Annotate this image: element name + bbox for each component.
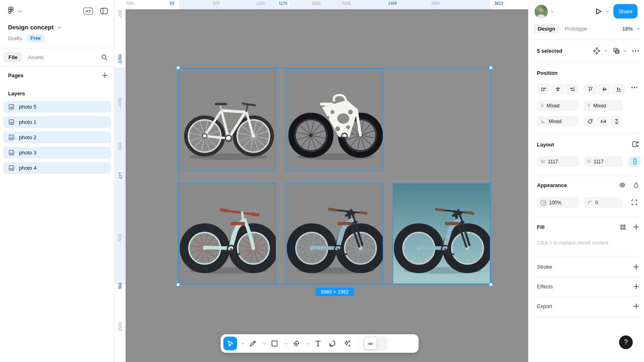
- account-menu-chevron-icon[interactable]: [551, 9, 553, 12]
- tab-file[interactable]: File: [3, 52, 23, 63]
- actions-tool-button[interactable]: [341, 337, 353, 350]
- selection-handle[interactable]: [176, 66, 180, 70]
- fill-header: Fill: [537, 224, 545, 230]
- chevron-down-icon: [18, 8, 22, 12]
- file-menu-chevron-icon[interactable]: [58, 25, 62, 29]
- x-position-field[interactable]: X Mixed: [537, 100, 579, 111]
- x-label: X: [541, 103, 544, 109]
- distribute-options-icon[interactable]: [631, 86, 638, 88]
- flip-vertical-button[interactable]: [610, 116, 623, 127]
- align-left-button[interactable]: [537, 84, 550, 95]
- layer-row[interactable]: photo 1: [3, 116, 111, 128]
- create-component-icon[interactable]: [593, 47, 601, 55]
- shape-tool-menu[interactable]: [283, 343, 288, 345]
- selection-size-badge: 3560 × 2362: [316, 288, 354, 296]
- visibility-eye-icon[interactable]: [619, 182, 626, 188]
- layers-list: photo 5photo 1photo 2photo 3photo 4: [0, 101, 114, 174]
- constrain-proportions-toggle[interactable]: [629, 156, 641, 167]
- add-effect-icon[interactable]: [633, 284, 639, 290]
- align-bottom-button[interactable]: [612, 84, 625, 95]
- rename-shortcut-icon[interactable]: A?: [83, 8, 93, 14]
- move-tool-button[interactable]: [223, 337, 237, 350]
- add-auto-layout-icon[interactable]: [632, 141, 639, 148]
- ruler-mark: 53: [168, 1, 175, 6]
- avatar[interactable]: [535, 5, 548, 18]
- ruler-mark: 500: [118, 234, 122, 241]
- toggle-sidebar-icon[interactable]: [100, 8, 108, 14]
- move-tool-menu[interactable]: [239, 343, 244, 345]
- independent-corners-icon[interactable]: [631, 199, 638, 206]
- add-stroke-icon[interactable]: [633, 264, 639, 270]
- share-button[interactable]: Share: [613, 4, 638, 19]
- mask-union-icon[interactable]: [613, 47, 620, 54]
- corner-radius-value: 0: [595, 200, 598, 206]
- y-value: Mixed: [593, 103, 606, 109]
- pen-tool-menu[interactable]: [305, 343, 310, 345]
- flip-horizontal-button[interactable]: [597, 116, 609, 127]
- comment-tool-button[interactable]: [326, 337, 339, 350]
- file-location[interactable]: Drafts: [8, 35, 22, 41]
- mask-menu-chevron-icon[interactable]: [623, 49, 626, 51]
- corner-radius-field[interactable]: 0: [584, 197, 623, 208]
- height-field[interactable]: H 1117: [584, 156, 623, 167]
- canvas-object-photo-1[interactable]: [286, 68, 383, 171]
- canvas-object-photo-5[interactable]: [179, 68, 276, 171]
- selection-handle[interactable]: [489, 66, 493, 70]
- align-h-center-button[interactable]: [551, 84, 564, 95]
- layer-row[interactable]: photo 4: [3, 162, 111, 174]
- canvas-object-photo-3[interactable]: [286, 183, 383, 284]
- rotation-value: Mixed: [549, 119, 561, 124]
- layer-row[interactable]: photo 5: [3, 101, 111, 113]
- ruler-mark: 2000: [342, 1, 351, 6]
- blend-droplet-icon[interactable]: [633, 182, 639, 189]
- present-menu-chevron-icon[interactable]: [606, 9, 609, 12]
- left-sidebar: A? Design concept Drafts Free File Asset…: [0, 0, 115, 362]
- ruler-mark: -277: [118, 170, 122, 181]
- corner-radius-icon: [587, 200, 592, 205]
- text-tool-button[interactable]: [312, 337, 324, 350]
- tab-design[interactable]: Design: [533, 24, 560, 34]
- plan-badge[interactable]: Free: [27, 34, 44, 42]
- shape-tool-button[interactable]: [268, 337, 281, 350]
- width-value: 1117: [548, 159, 558, 165]
- figma-app: A? Design concept Drafts Free File Asset…: [0, 0, 644, 362]
- pen-tool-button[interactable]: [290, 337, 302, 350]
- effects-header: Effects: [537, 284, 553, 290]
- layer-row[interactable]: photo 3: [3, 147, 111, 158]
- y-position-field[interactable]: Y Mixed: [584, 100, 623, 111]
- layer-row[interactable]: photo 2: [3, 132, 111, 143]
- opacity-field[interactable]: 100%: [537, 197, 579, 208]
- present-icon[interactable]: [596, 8, 602, 15]
- ruler-mark: 1500: [118, 322, 122, 331]
- fill-styles-icon[interactable]: [619, 224, 626, 230]
- rotation-field[interactable]: Mixed: [537, 116, 579, 127]
- component-menu-chevron-icon[interactable]: [604, 49, 607, 51]
- align-top-button[interactable]: [584, 84, 597, 95]
- image-layer-icon: [9, 104, 14, 109]
- canvas[interactable]: 3560 × 2362: [126, 9, 528, 362]
- align-v-center-button[interactable]: [598, 84, 611, 95]
- ruler-mark: 1000: [256, 1, 265, 6]
- canvas-object-photo-2[interactable]: [179, 183, 276, 284]
- more-options-icon[interactable]: [632, 50, 639, 52]
- rotate-button[interactable]: [584, 116, 596, 127]
- divider: [533, 277, 640, 277]
- ruler-mark: 500: [213, 1, 220, 6]
- width-field[interactable]: W 1117: [537, 156, 579, 167]
- add-export-icon[interactable]: [633, 303, 639, 309]
- selection-handle[interactable]: [489, 283, 493, 286]
- zoom-control[interactable]: 18%: [622, 26, 639, 32]
- tab-assets[interactable]: Assets: [23, 52, 49, 63]
- canvas-object-photo-4[interactable]: [393, 183, 490, 284]
- tab-prototype[interactable]: Prototype: [560, 24, 592, 34]
- selection-handle[interactable]: [176, 283, 180, 286]
- dev-mode-toggle[interactable]: </>: [363, 336, 387, 351]
- help-button[interactable]: ?: [619, 335, 633, 349]
- main-menu[interactable]: [7, 6, 21, 16]
- search-icon[interactable]: [101, 54, 108, 61]
- align-right-button[interactable]: [565, 84, 578, 95]
- add-page-icon[interactable]: [102, 72, 108, 78]
- add-fill-icon[interactable]: [633, 224, 639, 230]
- draw-tool-menu[interactable]: [261, 343, 266, 345]
- draw-tool-button[interactable]: [247, 337, 259, 350]
